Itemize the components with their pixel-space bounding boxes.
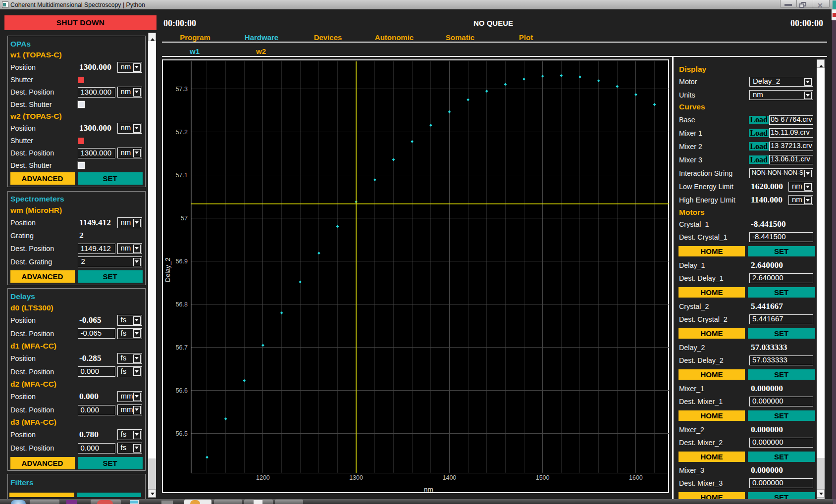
svg-text:57.3: 57.3 <box>176 86 188 93</box>
svg-text:Delay_2: Delay_2 <box>164 257 171 282</box>
svg-text:1300: 1300 <box>349 474 363 481</box>
svg-text:56.9: 56.9 <box>176 258 188 265</box>
svg-text:56.6: 56.6 <box>176 387 188 394</box>
svg-text:nm: nm <box>424 486 433 493</box>
svg-text:56.5: 56.5 <box>176 430 188 437</box>
svg-text:57.1: 57.1 <box>176 172 188 179</box>
svg-text:1200: 1200 <box>256 474 270 481</box>
svg-text:57.2: 57.2 <box>176 129 188 136</box>
svg-text:1600: 1600 <box>629 474 643 481</box>
svg-text:1500: 1500 <box>536 474 550 481</box>
svg-text:56.8: 56.8 <box>176 301 188 308</box>
svg-text:57: 57 <box>181 215 188 222</box>
svg-text:56.7: 56.7 <box>176 344 188 351</box>
svg-text:1400: 1400 <box>442 474 456 481</box>
